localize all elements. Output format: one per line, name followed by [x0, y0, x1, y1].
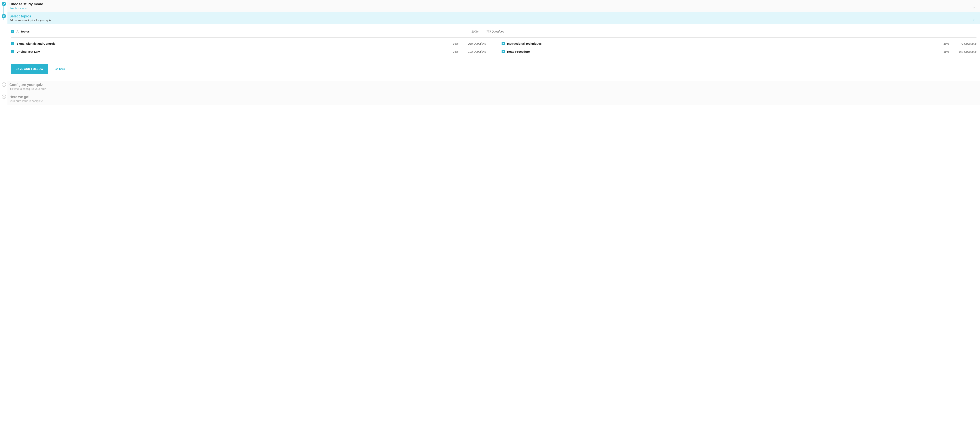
step-4-title: Here we go!: [10, 95, 43, 99]
checkbox-topic[interactable]: [501, 42, 505, 45]
step-4-marker: 4: [2, 95, 6, 99]
all-topics-row: All topics 100% 779 Questions: [11, 30, 977, 38]
step-2-title: Select topics: [10, 14, 51, 18]
step-3-header: Configure your quiz It's time to configu…: [8, 81, 980, 93]
topics-body: All topics 100% 779 Questions Signs, Sig…: [8, 24, 980, 81]
checkbox-topic[interactable]: [11, 50, 14, 53]
step-1-title: Choose study mode: [10, 2, 43, 6]
check-icon: [502, 43, 504, 44]
step-3-marker: 3: [2, 83, 6, 87]
wizard: Choose study mode Practice mode 2 Select…: [0, 0, 980, 105]
topic-questions: 128 Questions: [458, 50, 486, 53]
step-1-header: Choose study mode Practice mode: [8, 0, 980, 12]
step-2-header[interactable]: Select topics Add or remove topics for y…: [8, 12, 980, 24]
save-button[interactable]: SAVE AND FOLLOW: [11, 64, 48, 74]
checkbox-topic[interactable]: [501, 50, 505, 53]
step-configure-quiz[interactable]: 3 Configure your quiz It's time to confi…: [8, 81, 980, 93]
step-3-title: Configure your quiz: [10, 83, 46, 87]
topic-label: Driving Test Law: [16, 50, 40, 53]
step-2-marker: 2: [2, 14, 6, 18]
step-here-we-go[interactable]: 4 Here we go! Your quiz setup is complet…: [8, 93, 980, 105]
topic-questions: 79 Questions: [949, 42, 977, 45]
topic-label: Signs, Signals and Controls: [16, 42, 56, 45]
topic-label: Instructional Techniques: [507, 42, 541, 45]
chevron-down-icon[interactable]: [972, 6, 975, 9]
check-icon: [502, 51, 504, 53]
checkbox-topic[interactable]: [11, 42, 14, 45]
checkbox-all-topics[interactable]: [11, 30, 14, 33]
topic-label: Road Procedure: [507, 50, 530, 53]
check-icon: [11, 43, 14, 44]
topic-row: Road Procedure 39% 307 Questions: [501, 50, 977, 53]
topic-row: Signs, Signals and Controls 34% 265 Ques…: [11, 42, 486, 45]
actions: SAVE AND FOLLOW Go back: [11, 64, 977, 74]
topic-questions: 265 Questions: [458, 42, 486, 45]
step-1-sub: Practice mode: [10, 7, 43, 10]
step-4-header: Here we go! Your quiz setup is complete: [8, 93, 980, 105]
topic-pct: 16%: [445, 50, 458, 53]
step-1-marker: [2, 2, 6, 6]
topic-pct: 39%: [935, 50, 949, 53]
step-4-sub: Your quiz setup is complete: [10, 100, 43, 103]
check-icon: [3, 3, 5, 5]
topic-pct: 34%: [445, 42, 458, 45]
step-choose-mode[interactable]: Choose study mode Practice mode: [8, 0, 980, 12]
all-topics-label: All topics: [16, 30, 30, 33]
step-3-sub: It's time to configure your quiz!: [10, 87, 46, 90]
topics-grid: Signs, Signals and Controls 34% 265 Ques…: [11, 42, 977, 53]
all-topics-questions: 779 Questions: [479, 30, 977, 33]
chevron-right-icon[interactable]: [972, 19, 975, 21]
check-icon: [11, 51, 14, 53]
topic-row: Instructional Techniques 10% 79 Question…: [501, 42, 977, 45]
topic-questions: 307 Questions: [949, 50, 977, 53]
all-topics-pct: 100%: [465, 30, 479, 33]
go-back-link[interactable]: Go back: [55, 67, 65, 70]
check-icon: [11, 30, 14, 32]
topic-pct: 10%: [935, 42, 949, 45]
topic-row: Driving Test Law 16% 128 Questions: [11, 50, 486, 53]
step-select-topics: 2 Select topics Add or remove topics for…: [8, 12, 980, 24]
step-2-sub: Add or remove topics for your quiz: [10, 19, 51, 22]
